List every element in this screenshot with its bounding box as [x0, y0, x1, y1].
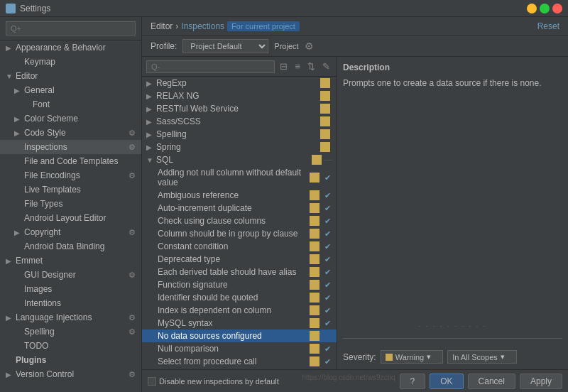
ok-button[interactable]: OK: [430, 374, 463, 389]
inspection-item[interactable]: No data sources configured: [142, 330, 337, 342]
sidebar-item-intentions[interactable]: Intentions: [0, 296, 141, 310]
sidebar-item-android-data-binding[interactable]: Android Data Binding: [0, 239, 141, 254]
sidebar-item-emmet[interactable]: ▶Emmet: [0, 254, 141, 268]
severity-icon: [320, 116, 330, 126]
gear-icon[interactable]: ⚙: [305, 40, 314, 52]
cancel-button[interactable]: Cancel: [468, 374, 515, 389]
sidebar-item-keymap[interactable]: Keymap: [0, 55, 141, 69]
help-button[interactable]: ?: [400, 374, 426, 389]
inspection-item[interactable]: Select from procedure call ✔: [142, 355, 337, 368]
minus-icon: —: [324, 155, 332, 165]
inspection-category-regexp[interactable]: ▶ RegExp: [142, 77, 337, 89]
inspection-category-sql[interactable]: ▼ SQL —: [142, 153, 337, 166]
breadcrumb-editor[interactable]: Editor: [151, 21, 173, 31]
sidebar-search-input[interactable]: [6, 21, 136, 36]
inspection-item[interactable]: Function signature ✔: [142, 278, 337, 291]
sidebar-item-language-injections[interactable]: ▶Language Injections⚙: [0, 310, 141, 325]
inspection-panel: ⊟ ≡ ⇅ ✎ ▶ RegExp ▶ RELAX NG ▶ RESTful We: [142, 57, 337, 369]
sidebar-item-file-types[interactable]: File Types: [0, 197, 141, 211]
severity-value: Warning: [395, 353, 425, 361]
sort-button[interactable]: ⇅: [305, 60, 317, 73]
inspection-item[interactable]: Null comparison ✔: [142, 342, 337, 355]
severity-select[interactable]: Warning ▾: [381, 350, 444, 364]
inspection-item[interactable]: Each derived table should have alias ✔: [142, 266, 337, 278]
sidebar-item-android-layout-editor[interactable]: Android Layout Editor: [0, 211, 141, 225]
filter-button[interactable]: ⊟: [278, 60, 290, 73]
sidebar-item-plugins[interactable]: Plugins: [0, 353, 141, 367]
inspection-category-relax-ng[interactable]: ▶ RELAX NG: [142, 89, 337, 102]
inspection-category-restful-web-service[interactable]: ▶ RESTful Web Service: [142, 102, 337, 115]
inspection-item[interactable]: MySQL syntax ✔: [142, 317, 337, 330]
severity-row: Severity: Warning ▾ In All Scopes ▾: [343, 344, 562, 364]
sidebar-item-label: File Encodings: [24, 170, 80, 180]
close-button[interactable]: [552, 4, 562, 13]
sidebar-item-todo[interactable]: TODO: [0, 339, 141, 353]
inspection-item[interactable]: Adding not null column without default v…: [142, 166, 337, 189]
sidebar-item-label: GUI Designer: [24, 270, 76, 280]
gear-icon: ⚙: [129, 313, 136, 322]
inspection-item[interactable]: Deprecated type ✔: [142, 253, 337, 266]
arrow-icon: ▶: [6, 314, 13, 322]
disable-inspections-checkbox[interactable]: Disable new inspections by default: [148, 377, 279, 386]
inspection-item[interactable]: Check using clause columns ✔: [142, 214, 337, 227]
sidebar-item-editor[interactable]: ▼Editor: [0, 69, 141, 83]
main-container: ▶Appearance & BehaviorKeymap▼Editor▶Gene…: [0, 17, 568, 392]
category-arrow-icon: ▶: [146, 118, 153, 126]
sidebar-item-gui-designer[interactable]: GUI Designer⚙: [0, 268, 141, 282]
sidebar-item-appearance[interactable]: ▶Appearance & Behavior: [0, 40, 141, 55]
sidebar-item-code-style[interactable]: ▶Code Style⚙: [0, 126, 141, 140]
sidebar-item-inspections[interactable]: Inspections⚙: [0, 140, 141, 154]
profile-bar: Profile: Project Default Default Project…: [142, 36, 568, 57]
maximize-button[interactable]: [540, 4, 550, 13]
inspection-item-label: Ambiguous reference: [158, 190, 307, 200]
sidebar-item-label: Inspections: [24, 142, 67, 152]
sidebar-item-spelling[interactable]: Spelling⚙: [0, 325, 141, 339]
inspection-item-label: Select from procedure call: [158, 356, 307, 366]
item-severity-icon: [310, 190, 320, 200]
sidebar-item-label: Spelling: [24, 327, 55, 337]
sidebar-item-live-templates[interactable]: Live Templates: [0, 183, 141, 197]
arrow-icon: ▼: [6, 72, 13, 80]
content-area: Editor › Inspections For current project…: [142, 17, 568, 392]
item-check-icon: ✔: [322, 293, 332, 303]
inspection-search-input[interactable]: [146, 60, 275, 73]
category-arrow-icon: ▶: [146, 105, 153, 113]
sidebar-item-color-scheme[interactable]: ▶Color Scheme: [0, 111, 141, 126]
item-severity-icon: [310, 254, 320, 264]
separator: - - - - - - - - - -: [343, 322, 562, 330]
reset-button[interactable]: Reset: [537, 21, 559, 31]
sidebar-item-general[interactable]: ▶General: [0, 83, 141, 97]
sidebar-item-copyright[interactable]: ▶Copyright⚙: [0, 225, 141, 239]
sidebar-item-label: TODO: [24, 341, 48, 351]
sidebar-item-images[interactable]: Images: [0, 282, 141, 296]
arrow-icon: ▶: [14, 129, 21, 137]
breadcrumb-inspections[interactable]: Inspections: [181, 21, 224, 31]
edit-button[interactable]: ✎: [320, 60, 332, 73]
sidebar-item-file-encodings[interactable]: File Encodings⚙: [0, 168, 141, 183]
apply-button[interactable]: Apply: [520, 374, 562, 389]
divider: [343, 338, 562, 339]
arrow-icon: ▶: [6, 371, 13, 379]
inspection-item[interactable]: Index is dependent on column ✔: [142, 304, 337, 317]
watermark-text: https://blog.csdn.net/ws9zcbq: [302, 374, 395, 389]
inspection-item[interactable]: Identifier should be quoted ✔: [142, 291, 337, 304]
inspection-category-spring[interactable]: ▶ Spring: [142, 141, 337, 153]
scope-select[interactable]: In All Scopes ▾: [447, 350, 517, 364]
breadcrumb-sep1: ›: [175, 21, 178, 31]
sidebar-item-font[interactable]: Font: [0, 97, 141, 111]
category-arrow-icon: ▶: [146, 143, 153, 151]
breadcrumb-tag[interactable]: For current project: [227, 21, 300, 31]
inspection-item[interactable]: Auto-increment duplicate ✔: [142, 202, 337, 214]
inspection-item[interactable]: Column should be in group by clause ✔: [142, 227, 337, 240]
sidebar-item-version-control[interactable]: ▶Version Control⚙: [0, 367, 141, 381]
inspection-category-spelling[interactable]: ▶ Spelling: [142, 128, 337, 141]
inspection-item[interactable]: Constant condition ✔: [142, 240, 337, 253]
profile-select[interactable]: Project Default Default: [182, 39, 268, 53]
inspection-category-sass-scss[interactable]: ▶ Sass/SCSS: [142, 115, 337, 128]
sidebar-item-file-code-templates[interactable]: File and Code Templates: [0, 154, 141, 168]
gear-icon: ⚙: [129, 129, 136, 138]
expand-button[interactable]: ≡: [293, 60, 302, 73]
inspection-item[interactable]: Ambiguous reference ✔: [142, 189, 337, 202]
minimize-button[interactable]: [527, 4, 537, 13]
severity-icon: [320, 104, 330, 114]
